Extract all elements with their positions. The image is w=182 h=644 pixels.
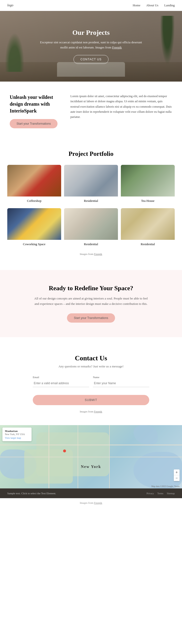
name-input[interactable]	[93, 380, 149, 387]
footer-sitemap[interactable]: Sitemap	[167, 492, 175, 495]
portfolio-label-coffeeshop: Coffeeshop	[7, 196, 61, 205]
email-field-wrapper: Email	[33, 376, 89, 387]
footer-freepik-link[interactable]: Freepik	[94, 501, 102, 504]
portfolio-item-residential-3[interactable]: Residential	[121, 208, 175, 248]
hero-description: Excepteur sint occaecat cupidatat non pr…	[40, 40, 142, 50]
portfolio-images-credit: Images from Freepik	[7, 252, 175, 256]
map-road-h2	[0, 457, 182, 457]
footer-terms[interactable]: Terms	[157, 492, 163, 495]
navbar: logo Home About Us Landing	[0, 0, 182, 11]
map-view-link[interactable]: View larger map	[5, 436, 29, 439]
map-water-3	[133, 425, 158, 444]
portfolio-grid: Coffeeshop Residential Tea House Coworki…	[7, 165, 175, 248]
ready-description: All of our design concepts are aimed at …	[33, 296, 149, 306]
hero-cta-button[interactable]: CONTACT US	[74, 55, 109, 64]
map-zoom-out[interactable]: −	[174, 475, 180, 481]
portfolio-label-residential-1: Residential	[64, 196, 118, 205]
email-input[interactable]	[33, 380, 89, 387]
unleash-body: Lorem ipsum dolor sit amet, consectetur …	[70, 94, 172, 120]
map-credit: Map data ©2023 Google, Terms	[151, 485, 180, 488]
portfolio-img-residential-2	[64, 208, 118, 240]
contact-images-credit: Images from Freepik	[10, 410, 172, 413]
map-zoom-controls: + −	[174, 470, 180, 481]
hero-plant-right	[160, 16, 175, 64]
hero-freepik-link[interactable]: Freepik	[112, 46, 122, 49]
contact-title: Contact Us	[10, 354, 172, 362]
email-label: Email	[33, 376, 89, 378]
unleash-heading: Unleash your wildest design dreams with …	[10, 94, 63, 114]
footer-sample-text: Sample text. Click to select the Text El…	[7, 492, 56, 495]
footer: Sample text. Click to select the Text El…	[0, 488, 182, 498]
map-road-v3	[109, 425, 110, 488]
ready-cta-button[interactable]: Start your Transformations	[67, 313, 115, 322]
portfolio-freepik-link[interactable]: Freepik	[94, 252, 102, 256]
ready-title: Ready to Redefine Your Space?	[10, 285, 172, 292]
portfolio-title: Project Portfolio	[7, 150, 175, 158]
portfolio-item-residential-2[interactable]: Residential	[64, 208, 118, 248]
contact-form-row: Email Name	[33, 376, 149, 387]
map-info-box: Manhattan New York, NY USA View larger m…	[2, 428, 32, 441]
hero-plant-left	[5, 33, 24, 72]
logo: logo	[7, 4, 13, 7]
portfolio-img-residential-3	[121, 208, 175, 240]
hero-content: Our Projects Excepteur sint occaecat cup…	[35, 24, 147, 69]
nav-about[interactable]: About Us	[146, 4, 158, 7]
map-road-h1	[0, 444, 182, 445]
name-field-wrapper: Name	[93, 376, 149, 387]
name-label: Name	[93, 376, 149, 378]
portfolio-item-coworking[interactable]: Coworking Space	[7, 208, 61, 248]
unleash-section: Unleash your wildest design dreams with …	[0, 82, 182, 140]
footer-links: Privacy Terms Sitemap	[147, 492, 175, 495]
unleash-right: Lorem ipsum dolor sit amet, consectetur …	[70, 94, 172, 124]
map-city: Manhattan	[5, 430, 29, 432]
nav-links: Home About Us Landing	[133, 4, 175, 7]
ready-section: Ready to Redefine Your Space? All of our…	[0, 270, 182, 337]
portfolio-item-coffeeshop[interactable]: Coffeeshop	[7, 165, 61, 205]
hero-title: Our Projects	[40, 29, 142, 36]
map-road-v1	[49, 425, 49, 488]
unleash-left: Unleash your wildest design dreams with …	[10, 94, 63, 128]
map-address: New York, NY USA	[5, 433, 29, 436]
map-road-v2	[78, 425, 78, 488]
portfolio-img-residential-1	[64, 165, 118, 196]
contact-section: Contact Us Any questions or remarks? Jus…	[0, 342, 182, 425]
nav-home[interactable]: Home	[133, 4, 141, 7]
contact-freepik-link[interactable]: Freepik	[94, 410, 102, 413]
portfolio-img-coworking	[7, 208, 61, 240]
map-placeholder: New York Manhattan New York, NY USA View…	[0, 425, 182, 488]
unleash-cta-button[interactable]: Start your Transformations	[10, 119, 58, 128]
portfolio-label-residential-2: Residential	[64, 240, 118, 248]
portfolio-item-residential-1[interactable]: Residential	[64, 165, 118, 205]
portfolio-section: Project Portfolio Coffeeshop Residential…	[0, 140, 182, 265]
map-section: New York Manhattan New York, NY USA View…	[0, 425, 182, 488]
portfolio-item-teahouse[interactable]: Tea House	[121, 165, 175, 205]
portfolio-img-coffeeshop	[7, 165, 61, 196]
footer-privacy[interactable]: Privacy	[147, 492, 154, 495]
contact-form: Email Name SUBMIT	[33, 376, 149, 405]
hero-section: Our Projects Excepteur sint occaecat cup…	[0, 11, 182, 82]
portfolio-label-coworking: Coworking Space	[7, 240, 61, 248]
portfolio-img-teahouse	[121, 165, 175, 196]
portfolio-label-teahouse: Tea House	[121, 196, 175, 205]
map-zoom-in[interactable]: +	[174, 470, 180, 475]
nav-landing[interactable]: Landing	[164, 4, 175, 7]
footer-bottom: Images from Freepik	[0, 498, 182, 507]
map-city-label: New York	[81, 464, 101, 469]
submit-button[interactable]: SUBMIT	[33, 395, 149, 405]
contact-subtitle: Any questions or remarks? Just write us …	[10, 364, 172, 368]
portfolio-label-residential-3: Residential	[121, 240, 175, 248]
